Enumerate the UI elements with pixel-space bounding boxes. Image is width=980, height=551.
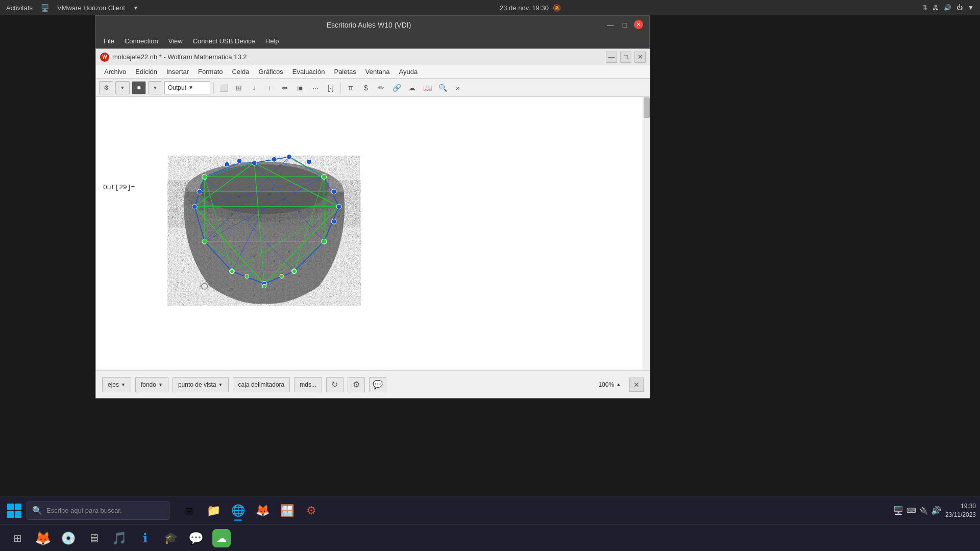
- math-menu-paletas[interactable]: Paletas: [330, 67, 360, 77]
- taskbar-chrome-button[interactable]: 🌐: [227, 499, 249, 522]
- math-menu-ventana[interactable]: Ventana: [361, 67, 394, 77]
- chat-button[interactable]: 💬: [369, 377, 386, 392]
- tray-sound[interactable]: 🔊: [931, 506, 941, 515]
- settings-bottom-button[interactable]: ⚙: [348, 377, 365, 392]
- taskbar-red-app-button[interactable]: ⚙: [300, 499, 323, 522]
- taskbar2-cau-button[interactable]: 🎓: [159, 527, 182, 549]
- tray-icon-2[interactable]: ⌨: [906, 507, 916, 514]
- tb-pencil-btn[interactable]: ✏: [375, 81, 388, 94]
- vmware-menu-connection[interactable]: Connection: [120, 36, 162, 46]
- math-menu-evaluacion[interactable]: Evaluación: [288, 67, 329, 77]
- tb-arrow-in-btn[interactable]: ↓: [248, 81, 261, 94]
- format-dropdown-label: Output: [168, 84, 186, 91]
- tb-cloud-btn[interactable]: ☁: [405, 81, 419, 94]
- windows-logo: [7, 504, 21, 518]
- tb-grid-btn[interactable]: ⊞: [232, 81, 246, 94]
- style-button[interactable]: ■: [132, 81, 146, 94]
- ejes-button[interactable]: ejes ▼: [102, 377, 131, 392]
- start-button[interactable]: [4, 500, 24, 521]
- tb-bracket-btn[interactable]: ⬜: [217, 81, 230, 94]
- math-menu-edicion[interactable]: Edición: [131, 67, 161, 77]
- settings-button[interactable]: ⚙: [99, 81, 113, 94]
- sys-tray-chevron[interactable]: ▼: [968, 4, 974, 11]
- tb-bracket2-btn[interactable]: [·]: [324, 81, 337, 94]
- tb-link-btn[interactable]: 🔗: [390, 81, 403, 94]
- format-dropdown[interactable]: Output ▼: [164, 81, 210, 94]
- math-close-button[interactable]: ✕: [634, 52, 646, 63]
- taskbar-firefox-button[interactable]: 🦊: [251, 499, 274, 522]
- tb-arrows-btn[interactable]: ⇔: [278, 81, 291, 94]
- svg-point-76: [192, 204, 197, 209]
- monitor-icon: 🖥: [88, 531, 100, 545]
- taskbar-widgets-button[interactable]: ⊞: [178, 499, 200, 522]
- bottom-close-button[interactable]: ✕: [629, 378, 644, 392]
- math-scrollbar[interactable]: [643, 97, 650, 370]
- vmware-menu-file[interactable]: File: [100, 36, 118, 46]
- caja-delimitadora-button[interactable]: caja delimitadora: [233, 377, 290, 392]
- mds-label: mds...: [300, 381, 316, 388]
- tb-dollar-btn[interactable]: $: [359, 81, 373, 94]
- math-minimize-button[interactable]: —: [606, 52, 617, 63]
- taskbar2-monitor-button[interactable]: 🖥: [83, 527, 105, 549]
- svg-point-15: [274, 261, 275, 262]
- mds-button[interactable]: mds...: [294, 377, 322, 392]
- math-menu-insertar[interactable]: Insertar: [162, 67, 193, 77]
- tb-pi-btn[interactable]: π: [344, 81, 357, 94]
- math-menu-archivo[interactable]: Archivo: [100, 67, 130, 77]
- sys-tray-sound[interactable]: 🔊: [944, 4, 951, 11]
- bell-icon[interactable]: 🔕: [553, 4, 561, 12]
- win-logo-sq1: [7, 504, 14, 510]
- svg-point-64: [272, 157, 277, 162]
- math-menu-celda[interactable]: Celda: [228, 67, 253, 77]
- math-maximize-button[interactable]: □: [620, 52, 631, 63]
- tray-icon-1[interactable]: 🖥️: [893, 506, 903, 515]
- math-menu-ayuda[interactable]: Ayuda: [395, 67, 422, 77]
- rotate-button[interactable]: ↻: [326, 377, 344, 392]
- taskbar2-grid-button[interactable]: ⊞: [6, 527, 29, 549]
- taskbar2-disk-button[interactable]: 💿: [57, 527, 80, 549]
- math-menu-formato[interactable]: Formato: [194, 67, 227, 77]
- tb-square-btn[interactable]: ▣: [293, 81, 307, 94]
- vmware-menu-view[interactable]: View: [164, 36, 187, 46]
- tb-arrow-out-btn[interactable]: ↑: [263, 81, 276, 94]
- vmware-menu-connect-usb[interactable]: Connect USB Device: [189, 36, 259, 46]
- taskbar-right-area: 🖥️ ⌨ 🔌 🔊 19:30 23/11/2023: [893, 502, 976, 519]
- sys-tray-arrows[interactable]: ⇅: [922, 4, 927, 11]
- taskbar-clock[interactable]: 19:30 23/11/2023: [945, 502, 976, 519]
- tb-search-btn[interactable]: 🔍: [436, 81, 449, 94]
- vmware-maximize-button[interactable]: □: [620, 20, 630, 30]
- 3d-visualization[interactable]: [137, 107, 382, 306]
- tb-chevrons-btn[interactable]: »: [451, 81, 464, 94]
- taskbar2-green-app-button[interactable]: ☁: [210, 527, 233, 549]
- taskbar-search-bar[interactable]: 🔍 Escribe aquí para buscar.: [27, 502, 169, 520]
- dropdown-btn-2[interactable]: ▼: [148, 81, 162, 94]
- taskbar2-chat-button[interactable]: 💬: [185, 527, 207, 549]
- taskbar2-firefox-button[interactable]: 🦊: [32, 527, 54, 549]
- vmware-label[interactable]: VMware Horizon Client: [57, 4, 125, 12]
- taskbar2-info-button[interactable]: ℹ: [134, 527, 156, 549]
- taskbar-date-label: 23/11/2023: [945, 511, 976, 519]
- activities-label[interactable]: Activitats: [6, 4, 33, 12]
- tray-usb[interactable]: 🔌: [919, 507, 928, 515]
- svg-point-3: [249, 186, 250, 188]
- dropdown-btn-1[interactable]: ▼: [115, 81, 130, 94]
- scroll-thumb[interactable]: [644, 97, 650, 118]
- math-menu-graficos[interactable]: Gráficos: [254, 67, 287, 77]
- vmware-minimize-button[interactable]: —: [605, 20, 616, 30]
- vmware-dropdown-icon[interactable]: ▼: [133, 5, 138, 11]
- fondo-arrow: ▼: [158, 382, 163, 387]
- sys-tray-power[interactable]: ⏻: [957, 4, 963, 11]
- vmware-menu-help[interactable]: Help: [261, 36, 283, 46]
- punto-de-vista-button[interactable]: punto de vista ▼: [173, 377, 229, 392]
- taskbar-folder-button[interactable]: 📁: [202, 499, 225, 522]
- firefox2-icon: 🦊: [35, 531, 51, 546]
- tb-dots-btn[interactable]: ···: [309, 81, 322, 94]
- taskbar2-music-button[interactable]: 🎵: [108, 527, 131, 549]
- sys-tray-network[interactable]: 🖧: [933, 4, 939, 11]
- mathematica-window: W molcajete22.nb * - Wolfram Mathematica…: [95, 48, 650, 398]
- zoom-arrow[interactable]: ▲: [616, 382, 621, 387]
- taskbar-store-button[interactable]: 🪟: [276, 499, 298, 522]
- tb-book-btn[interactable]: 📖: [421, 81, 434, 94]
- vmware-close-button[interactable]: ✕: [634, 20, 643, 29]
- fondo-button[interactable]: fondo ▼: [135, 377, 168, 392]
